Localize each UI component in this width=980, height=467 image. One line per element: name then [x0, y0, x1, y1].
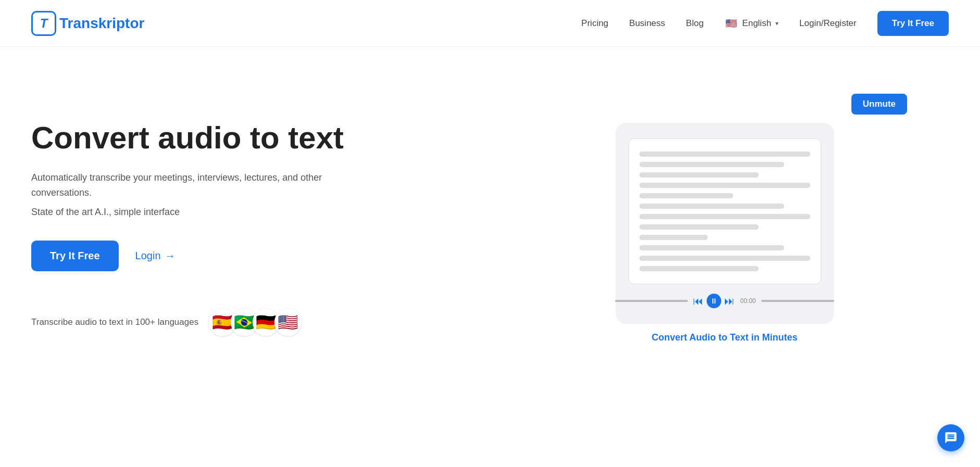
hero-login-link[interactable]: Login →: [135, 250, 175, 262]
video-card: ⏮ ⏸ ⏭ 00:00: [615, 123, 834, 324]
nav-login[interactable]: Login/Register: [799, 18, 857, 29]
hero-cta-button[interactable]: Try It Free: [31, 241, 119, 271]
hero-languages: Transcribe audio to text in 100+ languag…: [31, 309, 480, 336]
flags-group: 🇪🇸 🇧🇷 🇩🇪 🇺🇸: [209, 309, 301, 336]
lang-support-text: Transcribe audio to text in 100+ languag…: [31, 317, 198, 327]
lang-label: English: [742, 18, 771, 29]
hero-title: Convert audio to text: [31, 120, 480, 156]
transcript-line: [639, 193, 733, 198]
hero-actions: Try It Free Login →: [31, 241, 480, 271]
chat-support-button[interactable]: [937, 424, 964, 451]
hero-subtitle1: Automatically transcribe your meetings, …: [31, 170, 323, 200]
transcript-line: [639, 235, 708, 240]
nav-cta-button[interactable]: Try It Free: [877, 11, 949, 36]
transcript-line: [639, 162, 785, 167]
flag-english: 🇺🇸: [274, 309, 301, 336]
transcript-line: [639, 152, 810, 157]
nav-pricing[interactable]: Pricing: [581, 18, 608, 29]
navbar: T Transkriptor Pricing Business Blog 🇺🇸 …: [0, 0, 980, 47]
hero-left: Convert audio to text Automatically tran…: [31, 89, 500, 336]
chevron-down-icon: ▾: [775, 20, 778, 27]
nav-links: Pricing Business Blog 🇺🇸 English ▾ Login…: [581, 11, 949, 36]
unmute-button[interactable]: Unmute: [851, 94, 907, 115]
rewind-icon[interactable]: ⏮: [693, 295, 703, 307]
arrow-icon: →: [165, 250, 175, 262]
transcript-line: [639, 266, 759, 271]
lang-flag: 🇺🇸: [724, 17, 738, 30]
language-selector[interactable]: 🇺🇸 English ▾: [724, 17, 778, 30]
transcript-box: [629, 138, 821, 284]
progress-bar-right: [761, 300, 834, 302]
hero-section: Convert audio to text Automatically tran…: [0, 47, 980, 453]
transcript-line: [639, 183, 810, 188]
transcript-line: [639, 245, 785, 250]
nav-business[interactable]: Business: [629, 18, 665, 29]
playback-bar: ⏮ ⏸ ⏭ 00:00: [615, 294, 834, 308]
transcript-line: [639, 172, 759, 178]
playback-time: 00:00: [740, 297, 756, 305]
nav-blog[interactable]: Blog: [686, 18, 703, 29]
logo[interactable]: T Transkriptor: [31, 11, 144, 36]
logo-icon: T: [31, 11, 56, 36]
video-caption: Convert Audio to Text in Minutes: [652, 332, 798, 343]
hero-subtitle2: State of the art A.I., simple interface: [31, 207, 480, 218]
playback-controls[interactable]: ⏮ ⏸ ⏭: [693, 294, 735, 308]
transcript-line: [639, 224, 759, 230]
pause-icon[interactable]: ⏸: [707, 294, 721, 308]
transcript-line: [639, 214, 810, 219]
hero-right: Unmute ⏮ ⏸: [500, 89, 949, 343]
fast-forward-icon[interactable]: ⏭: [724, 295, 735, 307]
chat-icon: [944, 431, 958, 445]
logo-text: Transkriptor: [59, 15, 144, 32]
transcript-line: [639, 256, 810, 261]
transcript-line: [639, 204, 785, 209]
progress-bar: [615, 300, 688, 302]
